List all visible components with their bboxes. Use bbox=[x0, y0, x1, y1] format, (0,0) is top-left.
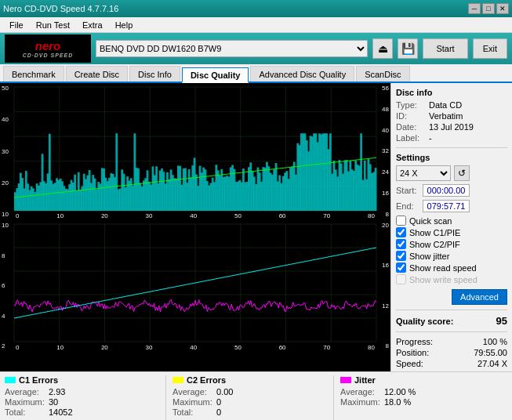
show-c2pif-row: Show C2/PIF bbox=[396, 239, 507, 249]
c2-max-value: 0 bbox=[216, 397, 221, 407]
c1-avg-row: Average: 2.93 bbox=[5, 387, 159, 396]
tab-disc-info[interactable]: Disc Info bbox=[129, 66, 180, 81]
top-chart-y-left: 50 40 30 20 10 bbox=[2, 83, 9, 219]
speed-selector[interactable]: 24 X bbox=[396, 165, 451, 181]
disc-id-label: ID: bbox=[396, 111, 426, 121]
jitter-title-row: Jitter bbox=[340, 375, 495, 385]
disc-label-row: Label: - bbox=[396, 133, 507, 143]
c2-title-row: C2 Errors bbox=[172, 375, 327, 385]
clearfix: Advanced bbox=[396, 286, 507, 305]
c1-title: C1 Errors bbox=[19, 375, 58, 385]
right-panel: Disc info Type: Data CD ID: Verbatim Dat… bbox=[390, 83, 512, 371]
disc-type-row: Type: Data CD bbox=[396, 100, 507, 110]
close-button[interactable]: ✕ bbox=[496, 3, 509, 14]
progress-row: Progress: 100 % bbox=[396, 337, 507, 346]
minimize-button[interactable]: ─ bbox=[468, 3, 481, 14]
c2-color-box bbox=[172, 377, 183, 383]
tab-benchmark[interactable]: Benchmark bbox=[3, 66, 64, 81]
drive-selector[interactable]: BENQ DVD DD DW1620 B7W9 bbox=[96, 40, 368, 57]
eject-button[interactable]: ⏏ bbox=[372, 38, 393, 59]
show-write-label: Show write speed bbox=[409, 275, 478, 284]
show-write-checkbox[interactable] bbox=[396, 274, 406, 284]
quick-scan-row: Quick scan bbox=[396, 215, 507, 226]
show-jitter-row: Show jitter bbox=[396, 251, 507, 261]
c2-max-row: Maximum: 0 bbox=[172, 397, 327, 407]
jitter-avg-row: Average: 12.00 % bbox=[340, 387, 495, 396]
c2-title: C2 Errors bbox=[187, 375, 226, 385]
show-c1pie-checkbox[interactable] bbox=[396, 227, 406, 237]
jitter-title: Jitter bbox=[354, 375, 376, 385]
title-text: Nero CD-DVD Speed 4.7.7.16 bbox=[3, 4, 118, 13]
c1-total-label: Total: bbox=[5, 407, 45, 417]
tab-advanced-disc-quality[interactable]: Advanced Disc Quality bbox=[250, 66, 354, 81]
menu-run-test[interactable]: Run Test bbox=[30, 19, 76, 31]
speed-progress-value: 27.04 X bbox=[478, 359, 507, 368]
quick-scan-label: Quick scan bbox=[409, 216, 452, 226]
legend-jitter: Jitter Average: 12.00 % Maximum: 18.0 % bbox=[340, 375, 501, 420]
jitter-max-label: Maximum: bbox=[340, 397, 381, 407]
start-button[interactable]: Start bbox=[423, 38, 467, 59]
exit-button[interactable]: Exit bbox=[473, 38, 507, 59]
c2-total-row: Total: 0 bbox=[172, 407, 327, 417]
menu-help[interactable]: Help bbox=[109, 19, 140, 31]
main-content: 50 40 30 20 10 56 48 40 32 24 16 8 0 10 … bbox=[0, 83, 512, 371]
c1-title-row: C1 Errors bbox=[5, 375, 159, 385]
app-logo: nero CD·DVD SPEED bbox=[5, 34, 91, 63]
save-button[interactable]: 💾 bbox=[398, 38, 418, 59]
quality-score-value: 95 bbox=[496, 315, 507, 327]
tab-bar: Benchmark Create Disc Disc Info Disc Qua… bbox=[0, 64, 512, 83]
advanced-button[interactable]: Advanced bbox=[452, 289, 507, 305]
c1-avg-label: Average: bbox=[5, 387, 45, 396]
top-chart: 50 40 30 20 10 56 48 40 32 24 16 8 0 10 … bbox=[0, 83, 390, 220]
c1-max-row: Maximum: 30 bbox=[5, 397, 159, 407]
show-read-checkbox[interactable] bbox=[396, 262, 406, 273]
position-value: 79:55.00 bbox=[474, 348, 507, 357]
end-time-row: End: 079:57.71 bbox=[396, 200, 507, 212]
progress-value: 100 % bbox=[483, 337, 507, 346]
tab-disc-quality[interactable]: Disc Quality bbox=[182, 67, 249, 83]
disc-id-value: Verbatim bbox=[429, 111, 463, 121]
divider-3 bbox=[396, 331, 507, 332]
c2-avg-label: Average: bbox=[172, 387, 213, 396]
maximize-button[interactable]: □ bbox=[482, 3, 495, 14]
disc-id-row: ID: Verbatim bbox=[396, 111, 507, 121]
quick-scan-checkbox[interactable] bbox=[396, 215, 406, 226]
c2-total-label: Total: bbox=[172, 407, 213, 417]
speed-row: 24 X ↺ bbox=[396, 165, 507, 181]
c1-avg-value: 2.93 bbox=[49, 387, 65, 396]
c1-max-value: 30 bbox=[49, 397, 58, 407]
bottom-chart-y-left: 10 8 6 4 2 bbox=[2, 220, 9, 351]
jitter-max-row: Maximum: 18.0 % bbox=[340, 397, 495, 407]
position-row: Position: 79:55.00 bbox=[396, 348, 507, 357]
c1-max-label: Maximum: bbox=[5, 397, 45, 407]
show-c2pif-checkbox[interactable] bbox=[396, 239, 406, 249]
c2-avg-row: Average: 0.00 bbox=[172, 387, 327, 396]
divider-2 bbox=[396, 310, 507, 310]
bottom-chart-x-axis: 0 10 20 30 40 50 60 70 80 bbox=[16, 344, 375, 351]
progress-section: Progress: 100 % Position: 79:55.00 Speed… bbox=[396, 337, 507, 368]
top-chart-y-right: 56 48 40 32 24 16 8 bbox=[382, 83, 389, 219]
jitter-max-value: 18.0 % bbox=[384, 397, 411, 407]
speed-progress-row: Speed: 27.04 X bbox=[396, 359, 507, 368]
disc-info-title: Disc info bbox=[396, 88, 507, 97]
show-jitter-checkbox[interactable] bbox=[396, 251, 406, 261]
show-c2pif-label: Show C2/PIF bbox=[409, 240, 460, 249]
chart-area: 50 40 30 20 10 56 48 40 32 24 16 8 0 10 … bbox=[0, 83, 390, 371]
refresh-button[interactable]: ↺ bbox=[454, 165, 470, 181]
tab-scan-disc[interactable]: ScanDisc bbox=[356, 66, 409, 81]
c1-total-row: Total: 14052 bbox=[5, 407, 159, 417]
menu-extra[interactable]: Extra bbox=[76, 19, 109, 31]
legend-c1: C1 Errors Average: 2.93 Maximum: 30 Tota… bbox=[5, 375, 166, 420]
tab-create-disc[interactable]: Create Disc bbox=[66, 66, 128, 81]
settings-title: Settings bbox=[396, 153, 507, 162]
top-chart-x-axis: 0 10 20 30 40 50 60 70 80 bbox=[16, 212, 375, 219]
divider-1 bbox=[396, 147, 507, 148]
legend-area: C1 Errors Average: 2.93 Maximum: 30 Tota… bbox=[0, 371, 512, 420]
disc-type-value: Data CD bbox=[429, 100, 462, 110]
quality-score-row: Quality score: 95 bbox=[396, 315, 507, 327]
jitter-avg-value: 12.00 % bbox=[384, 387, 416, 396]
jitter-avg-label: Average: bbox=[340, 387, 381, 396]
menu-file[interactable]: File bbox=[3, 19, 30, 31]
c1-total-value: 14052 bbox=[49, 407, 73, 417]
legend-c2: C2 Errors Average: 0.00 Maximum: 0 Total… bbox=[172, 375, 334, 420]
